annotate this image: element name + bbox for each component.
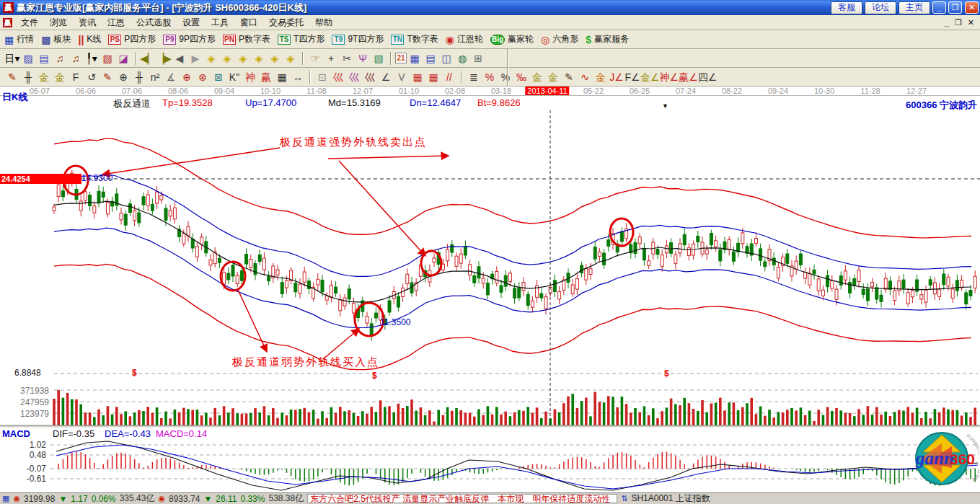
sz-index-icon[interactable]: ◉ — [158, 494, 165, 503]
tool-9P四方形[interactable]: P99P四方形 — [163, 33, 216, 45]
hline-grid-icon[interactable]: ╫ — [20, 69, 36, 85]
levels-icon[interactable]: ≣ — [466, 69, 482, 85]
wave-icon[interactable]: ∿ — [577, 69, 593, 85]
grid-icon[interactable]: ▦ — [274, 69, 290, 85]
tool-六角形[interactable]: ◎六角形 — [541, 33, 578, 45]
notes-icon[interactable]: ▤ — [423, 50, 438, 66]
calendar-icon[interactable]: 21 — [395, 53, 407, 63]
ticker-scroll-icon[interactable]: ⇅ — [621, 494, 627, 503]
bar9-icon[interactable]: ♫ — [68, 50, 84, 66]
calculator-icon[interactable]: ▦ — [407, 50, 423, 66]
news-ticker[interactable]: 东方六合吧2.5代线投产 流量显示产业触底反弹 本市现 明年保持适度流动性 公司… — [307, 494, 617, 503]
red-grid-icon[interactable]: ▦ — [410, 69, 425, 85]
angle-icon[interactable]: ∡ — [163, 69, 179, 85]
tool-江恩轮[interactable]: ◉江恩轮 — [446, 33, 483, 45]
diamond-tool-icon[interactable]: ◈ — [219, 50, 235, 66]
tool-P数字表[interactable]: PNP数字表 — [223, 33, 270, 45]
web-icon[interactable]: ◍ — [454, 50, 470, 66]
percent-icon[interactable]: % — [498, 69, 513, 85]
pen-tool-icon[interactable]: ✎ — [4, 69, 20, 85]
fan-dark-icon[interactable]: 巛 — [362, 69, 378, 85]
diamond-tool-icon[interactable]: ◈ — [251, 50, 267, 66]
target-icon[interactable]: ⊕ — [179, 69, 195, 85]
kline-mark-icon[interactable]: K" — [226, 69, 242, 85]
close-button[interactable]: ✕ — [965, 1, 979, 14]
parallel-icon[interactable]: // — [441, 69, 457, 85]
minute-view-icon[interactable]: ▤ — [36, 50, 52, 66]
crosshair-tool-icon[interactable]: + — [323, 50, 339, 66]
chart-area[interactable]: 05-0706-0607-0608-0609-0410-1011-0812-07… — [0, 87, 980, 492]
menu-item-窗口[interactable]: 窗口 — [234, 15, 263, 30]
pen2-tool-icon[interactable]: ✎ — [100, 69, 115, 85]
diamond-tool-icon[interactable]: ◈ — [235, 50, 251, 66]
hand-tool-icon[interactable]: ☞ — [307, 50, 323, 66]
hspan-icon[interactable]: ↔ — [290, 69, 306, 85]
menu-item-交易委托[interactable]: 交易委托 — [263, 15, 309, 30]
menu-item-江恩[interactable]: 江恩 — [102, 15, 131, 30]
ruler-icon[interactable]: ╫ — [131, 69, 147, 85]
f-angle-icon[interactable]: F∠ — [624, 69, 640, 85]
restore-button[interactable]: ❐ — [948, 1, 962, 14]
minimize-button[interactable]: _ — [932, 1, 946, 14]
four-angle-icon[interactable]: 四∠ — [698, 69, 718, 85]
tool-赢家轮[interactable]: Big赢家轮 — [490, 33, 534, 45]
bar3-icon[interactable]: ♫ — [52, 50, 68, 66]
mark-pen-icon[interactable]: ✎ — [561, 69, 577, 85]
shen-angle-icon[interactable]: 神∠ — [660, 69, 679, 85]
sz-index-value[interactable]: 8933.74 — [169, 494, 200, 504]
tool-T四方形[interactable]: TST四方形 — [278, 33, 325, 45]
star-wheel-icon[interactable]: ⊛ — [195, 69, 211, 85]
gann-tool-icon[interactable]: Ψ — [355, 50, 371, 66]
tool-P四方形[interactable]: PSP四方形 — [108, 33, 156, 45]
v-line-icon[interactable]: V — [394, 69, 410, 85]
period-day-dropdown[interactable]: 日▾ — [4, 50, 20, 66]
last-icon[interactable]: ▕▶ — [156, 50, 172, 66]
diamond-tool-icon[interactable]: ◈ — [203, 50, 219, 66]
fan-red-icon[interactable]: 巛 — [330, 69, 346, 85]
kline-view-icon[interactable]: ▨ — [20, 50, 36, 66]
rect-tool-icon[interactable]: ⊡ — [314, 69, 330, 85]
square-number-icon[interactable]: n² — [147, 69, 163, 85]
menu-item-工具[interactable]: 工具 — [206, 15, 234, 30]
first-icon[interactable]: ◀▏ — [140, 50, 156, 66]
shen-grid-icon[interactable]: 神 — [242, 69, 258, 85]
mdi-close-button[interactable]: ✕ — [968, 18, 974, 27]
win-grid-icon[interactable]: 赢 — [258, 69, 274, 85]
save-icon[interactable]: ◫ — [438, 50, 454, 66]
angle-line-icon[interactable]: ∠ — [378, 69, 394, 85]
permille-icon[interactable]: ‰ — [513, 69, 529, 85]
cut-tool-icon[interactable]: ✂ — [339, 50, 355, 66]
customer-service-button[interactable]: 客服 — [831, 1, 862, 14]
diamond-tool-icon[interactable]: ◈ — [283, 50, 299, 66]
color-chart-icon[interactable]: ◪ — [115, 50, 131, 66]
gold-grid-icon[interactable]: 金 — [36, 69, 52, 85]
quote-table-icon[interactable]: ▦ — [2, 494, 9, 503]
forum-button[interactable]: 论坛 — [865, 1, 896, 14]
chart-grid-icon[interactable]: ▧ — [100, 50, 115, 66]
brain-tool-icon[interactable]: ▧ — [371, 50, 387, 66]
gold-level-icon[interactable]: 金 — [545, 69, 561, 85]
mdi-minimize-button[interactable]: _ — [945, 18, 949, 27]
menu-item-公式选股[interactable]: 公式选股 — [131, 15, 177, 30]
tool-行情[interactable]: ▦行情 — [4, 33, 34, 45]
diamond-tool-icon[interactable]: ◈ — [267, 50, 283, 66]
menu-item-文件[interactable]: 文件 — [15, 15, 44, 30]
sh-index-value[interactable]: 3199.98 — [24, 494, 55, 504]
menu-item-浏览[interactable]: 浏览 — [44, 15, 73, 30]
prev-icon[interactable]: ◀ — [172, 50, 187, 66]
tool-T数字表[interactable]: TNT数字表 — [391, 33, 438, 45]
tool-K线[interactable]: ||K线 — [78, 33, 101, 45]
j-angle-icon[interactable]: J∠ — [609, 69, 624, 85]
spiral-icon[interactable]: ↺ — [84, 69, 100, 85]
gold-angle2-icon[interactable]: 金∠ — [640, 69, 660, 85]
fan-purple-icon[interactable]: 巛 — [346, 69, 362, 85]
red-grid2-icon[interactable]: ▦ — [425, 69, 441, 85]
next-icon[interactable]: ▶ — [187, 50, 203, 66]
computer-icon[interactable]: ⊞ — [470, 50, 486, 66]
menu-item-设置[interactable]: 设置 — [177, 15, 206, 30]
chevron-down-icon[interactable]: ▼ — [662, 102, 668, 110]
menu-item-帮助[interactable]: 帮助 — [309, 15, 338, 30]
homepage-button[interactable]: 主页 — [899, 1, 930, 14]
win-angle-icon[interactable]: 赢∠ — [679, 69, 698, 85]
gold-circle-icon[interactable]: 金 — [529, 69, 545, 85]
